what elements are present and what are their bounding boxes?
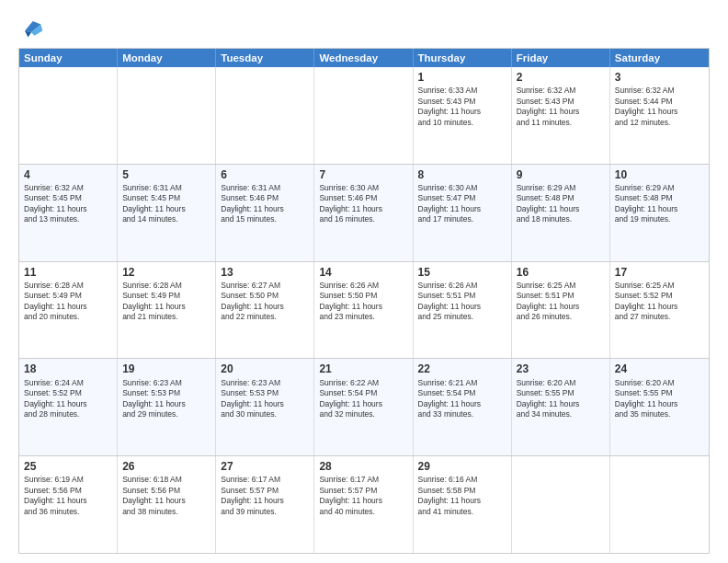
calendar-header: SundayMondayTuesdayWednesdayThursdayFrid…: [19, 49, 709, 67]
weekday-header-sunday: Sunday: [19, 49, 118, 67]
cell-info: Sunrise: 6:22 AMSunset: 5:54 PMDaylight:…: [319, 378, 407, 420]
cell-info: Sunrise: 6:30 AMSunset: 5:47 PMDaylight:…: [418, 183, 506, 225]
calendar-row-5: 25Sunrise: 6:19 AMSunset: 5:56 PMDayligh…: [19, 455, 709, 553]
cell-info: Sunrise: 6:31 AMSunset: 5:45 PMDaylight:…: [122, 183, 210, 225]
cell-info: Sunrise: 6:24 AMSunset: 5:52 PMDaylight:…: [24, 378, 112, 420]
cell-info: Sunrise: 6:29 AMSunset: 5:48 PMDaylight:…: [517, 183, 605, 225]
calendar-cell: 6Sunrise: 6:31 AMSunset: 5:46 PMDaylight…: [216, 165, 314, 261]
calendar-cell: 23Sunrise: 6:20 AMSunset: 5:55 PMDayligh…: [512, 359, 610, 455]
cell-info: Sunrise: 6:31 AMSunset: 5:46 PMDaylight:…: [221, 183, 309, 225]
cell-info: Sunrise: 6:17 AMSunset: 5:57 PMDaylight:…: [221, 475, 309, 517]
cell-info: Sunrise: 6:32 AMSunset: 5:43 PMDaylight:…: [517, 86, 605, 128]
calendar-cell: [314, 67, 413, 164]
cell-info: Sunrise: 6:28 AMSunset: 5:49 PMDaylight:…: [24, 281, 112, 323]
weekday-header-thursday: Thursday: [414, 49, 512, 67]
cell-info: Sunrise: 6:30 AMSunset: 5:46 PMDaylight:…: [319, 183, 407, 225]
calendar-cell: 17Sunrise: 6:25 AMSunset: 5:52 PMDayligh…: [610, 262, 709, 359]
day-number: 17: [615, 265, 704, 280]
calendar-cell: [216, 67, 314, 164]
calendar-cell: 18Sunrise: 6:24 AMSunset: 5:52 PMDayligh…: [19, 359, 118, 455]
cell-info: Sunrise: 6:32 AMSunset: 5:45 PMDaylight:…: [24, 183, 112, 225]
cell-info: Sunrise: 6:26 AMSunset: 5:51 PMDaylight:…: [418, 281, 506, 323]
cell-info: Sunrise: 6:19 AMSunset: 5:56 PMDaylight:…: [24, 475, 112, 517]
calendar-cell: 15Sunrise: 6:26 AMSunset: 5:51 PMDayligh…: [414, 262, 512, 359]
calendar-cell: 24Sunrise: 6:20 AMSunset: 5:55 PMDayligh…: [610, 359, 709, 455]
calendar-cell: 25Sunrise: 6:19 AMSunset: 5:56 PMDayligh…: [19, 456, 118, 553]
calendar: SundayMondayTuesdayWednesdayThursdayFrid…: [18, 48, 710, 554]
day-number: 19: [122, 362, 210, 376]
cell-info: Sunrise: 6:26 AMSunset: 5:50 PMDaylight:…: [319, 281, 407, 323]
day-number: 27: [221, 459, 309, 474]
calendar-body: 1Sunrise: 6:33 AMSunset: 5:43 PMDaylight…: [19, 67, 709, 553]
calendar-row-4: 18Sunrise: 6:24 AMSunset: 5:52 PMDayligh…: [19, 358, 709, 455]
day-number: 29: [418, 459, 506, 474]
day-number: 4: [24, 167, 112, 182]
day-number: 2: [517, 70, 605, 85]
weekday-header-tuesday: Tuesday: [216, 49, 314, 67]
cell-info: Sunrise: 6:32 AMSunset: 5:44 PMDaylight:…: [615, 86, 704, 128]
logo-icon: [18, 15, 44, 40]
calendar-cell: 16Sunrise: 6:25 AMSunset: 5:51 PMDayligh…: [512, 262, 610, 359]
day-number: 5: [122, 167, 210, 182]
day-number: 8: [418, 167, 506, 182]
calendar-cell: 13Sunrise: 6:27 AMSunset: 5:50 PMDayligh…: [216, 262, 314, 359]
day-number: 12: [122, 265, 210, 280]
calendar-cell: 26Sunrise: 6:18 AMSunset: 5:56 PMDayligh…: [118, 456, 216, 553]
calendar-cell: [512, 456, 610, 553]
calendar-cell: 7Sunrise: 6:30 AMSunset: 5:46 PMDaylight…: [314, 165, 413, 261]
calendar-cell: 19Sunrise: 6:23 AMSunset: 5:53 PMDayligh…: [118, 359, 216, 455]
day-number: 3: [615, 70, 704, 85]
cell-info: Sunrise: 6:18 AMSunset: 5:56 PMDaylight:…: [122, 475, 210, 517]
cell-info: Sunrise: 6:23 AMSunset: 5:53 PMDaylight:…: [221, 378, 309, 420]
day-number: 21: [319, 362, 407, 376]
day-number: 18: [24, 362, 112, 376]
cell-info: Sunrise: 6:29 AMSunset: 5:48 PMDaylight:…: [615, 183, 704, 225]
logo: [18, 15, 48, 40]
cell-info: Sunrise: 6:27 AMSunset: 5:50 PMDaylight:…: [221, 281, 309, 323]
day-number: 9: [517, 167, 605, 182]
day-number: 20: [221, 362, 309, 376]
day-number: 14: [319, 265, 407, 280]
calendar-cell: [19, 67, 118, 164]
day-number: 28: [319, 459, 407, 474]
calendar-cell: [610, 456, 709, 553]
page: SundayMondayTuesdayWednesdayThursdayFrid…: [0, 0, 728, 563]
cell-info: Sunrise: 6:20 AMSunset: 5:55 PMDaylight:…: [517, 378, 605, 420]
weekday-header-wednesday: Wednesday: [314, 49, 413, 67]
day-number: 23: [517, 362, 605, 376]
day-number: 22: [418, 362, 506, 376]
calendar-cell: 22Sunrise: 6:21 AMSunset: 5:54 PMDayligh…: [414, 359, 512, 455]
cell-info: Sunrise: 6:25 AMSunset: 5:52 PMDaylight:…: [615, 281, 704, 323]
day-number: 10: [615, 167, 704, 182]
calendar-row-2: 4Sunrise: 6:32 AMSunset: 5:45 PMDaylight…: [19, 164, 709, 261]
cell-info: Sunrise: 6:20 AMSunset: 5:55 PMDaylight:…: [615, 378, 704, 420]
day-number: 15: [418, 265, 506, 280]
calendar-cell: 11Sunrise: 6:28 AMSunset: 5:49 PMDayligh…: [19, 262, 118, 359]
day-number: 25: [24, 459, 112, 474]
weekday-header-monday: Monday: [118, 49, 216, 67]
calendar-cell: 9Sunrise: 6:29 AMSunset: 5:48 PMDaylight…: [512, 165, 610, 261]
cell-info: Sunrise: 6:21 AMSunset: 5:54 PMDaylight:…: [418, 378, 506, 420]
calendar-cell: 27Sunrise: 6:17 AMSunset: 5:57 PMDayligh…: [216, 456, 314, 553]
weekday-header-friday: Friday: [512, 49, 610, 67]
cell-info: Sunrise: 6:23 AMSunset: 5:53 PMDaylight:…: [122, 378, 210, 420]
calendar-cell: 4Sunrise: 6:32 AMSunset: 5:45 PMDaylight…: [19, 165, 118, 261]
day-number: 11: [24, 265, 112, 280]
calendar-cell: 5Sunrise: 6:31 AMSunset: 5:45 PMDaylight…: [118, 165, 216, 261]
calendar-cell: 20Sunrise: 6:23 AMSunset: 5:53 PMDayligh…: [216, 359, 314, 455]
calendar-cell: 21Sunrise: 6:22 AMSunset: 5:54 PMDayligh…: [314, 359, 413, 455]
day-number: 13: [221, 265, 309, 280]
day-number: 1: [418, 70, 506, 85]
cell-info: Sunrise: 6:16 AMSunset: 5:58 PMDaylight:…: [418, 475, 506, 517]
header: [18, 15, 710, 40]
calendar-row-1: 1Sunrise: 6:33 AMSunset: 5:43 PMDaylight…: [19, 67, 709, 164]
calendar-cell: 12Sunrise: 6:28 AMSunset: 5:49 PMDayligh…: [118, 262, 216, 359]
day-number: 6: [221, 167, 309, 182]
cell-info: Sunrise: 6:33 AMSunset: 5:43 PMDaylight:…: [418, 86, 506, 128]
cell-info: Sunrise: 6:28 AMSunset: 5:49 PMDaylight:…: [122, 281, 210, 323]
calendar-cell: [118, 67, 216, 164]
calendar-row-3: 11Sunrise: 6:28 AMSunset: 5:49 PMDayligh…: [19, 261, 709, 359]
calendar-cell: 10Sunrise: 6:29 AMSunset: 5:48 PMDayligh…: [610, 165, 709, 261]
calendar-cell: 14Sunrise: 6:26 AMSunset: 5:50 PMDayligh…: [314, 262, 413, 359]
calendar-cell: 2Sunrise: 6:32 AMSunset: 5:43 PMDaylight…: [512, 67, 610, 164]
